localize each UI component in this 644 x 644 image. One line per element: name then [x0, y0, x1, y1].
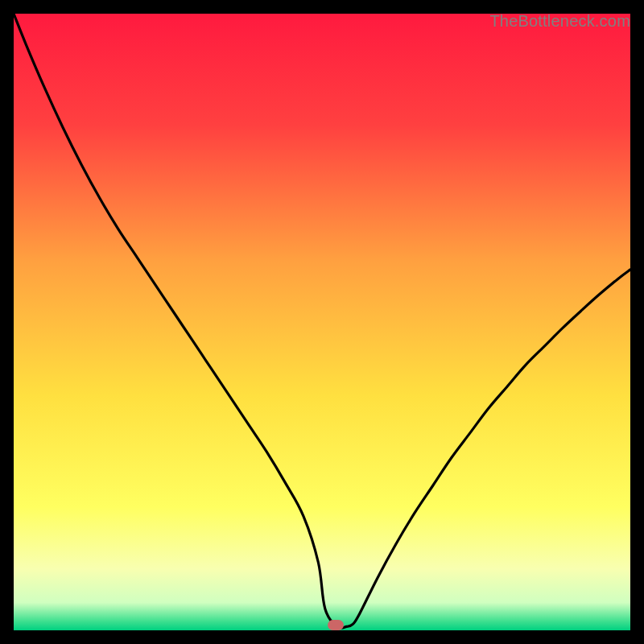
chart-background: [14, 14, 630, 630]
chart-frame: TheBottleneck.com: [14, 14, 630, 630]
watermark-text: TheBottleneck.com: [489, 12, 630, 31]
chart-plot: [14, 14, 630, 630]
optimum-marker: [328, 620, 344, 630]
